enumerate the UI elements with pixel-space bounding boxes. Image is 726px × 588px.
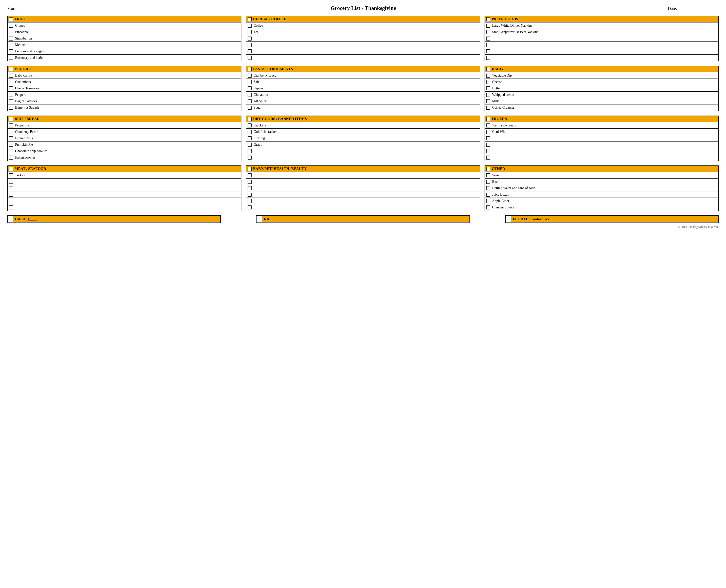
item-checkbox[interactable] [9,180,13,184]
item-checkbox[interactable] [9,199,13,203]
footer-checkbox-0[interactable] [8,216,13,223]
item-checkbox[interactable] [248,37,251,41]
item-checkbox[interactable] [9,30,13,34]
item-checkbox[interactable] [248,206,251,209]
item-checkbox[interactable] [486,155,490,160]
item-checkbox[interactable] [486,124,490,127]
item-checkbox[interactable] [248,173,251,177]
item-checkbox[interactable] [486,199,490,203]
item-text: Crackers [253,124,480,127]
item-checkbox[interactable] [9,56,13,60]
item-text: Bag of Potatoes [15,99,241,103]
item-checkbox[interactable] [248,155,251,160]
item-checkbox[interactable] [9,80,13,84]
item-checkbox[interactable] [486,206,490,209]
item-checkbox[interactable] [248,106,251,110]
section-checkbox-other[interactable] [486,167,490,171]
item-text: Pumpkin Pie [15,143,241,147]
item-checkbox[interactable] [248,180,251,184]
item-checkbox[interactable] [9,49,13,53]
item-checkbox[interactable] [9,43,13,47]
item-row: Dinner Rolls [8,135,241,142]
item-checkbox[interactable] [9,99,13,103]
item-checkbox[interactable] [9,143,13,147]
section-checkbox-frozen[interactable] [486,117,490,121]
item-checkbox[interactable] [248,143,251,147]
item-checkbox[interactable] [486,86,490,90]
item-checkbox[interactable] [248,124,251,127]
item-checkbox[interactable] [486,80,490,84]
item-checkbox[interactable] [9,136,13,140]
section-checkbox-pasta-condiments[interactable] [248,67,251,71]
item-checkbox[interactable] [248,99,251,103]
section-paper-goods: PAPER GOODSLarge White Dinner NapkinsSma… [485,16,719,61]
item-checkbox[interactable] [486,130,490,134]
item-checkbox[interactable] [9,186,13,190]
item-checkbox[interactable] [486,24,490,28]
item-checkbox[interactable] [9,24,13,28]
item-checkbox[interactable] [9,130,13,134]
section-header-dry-goods: DRY GOODS / CANNED ITEMS [246,116,480,122]
item-checkbox[interactable] [486,93,490,97]
item-checkbox[interactable] [248,199,251,203]
item-checkbox[interactable] [9,206,13,209]
item-checkbox[interactable] [248,86,251,90]
item-checkbox[interactable] [248,130,251,134]
section-checkbox-cereal-coffee[interactable] [248,17,251,21]
item-checkbox[interactable] [486,136,490,140]
item-checkbox[interactable] [248,49,251,53]
item-checkbox[interactable] [486,186,490,190]
section-checkbox-meat-seafood[interactable] [9,167,13,171]
item-row: Pepperoni [8,122,241,129]
item-checkbox[interactable] [486,30,490,34]
item-checkbox[interactable] [9,37,13,41]
section-checkbox-paper-goods[interactable] [486,17,490,21]
item-checkbox[interactable] [486,74,490,78]
section-checkbox-baby-pet[interactable] [248,167,251,171]
page-header: Store: Grocery List - Thanksgiving Date: [7,5,719,12]
section-checkbox-fruit[interactable] [9,17,13,21]
item-checkbox[interactable] [9,173,13,177]
item-checkbox[interactable] [9,193,13,196]
item-text: Pineapple [15,30,241,34]
item-checkbox[interactable] [248,30,251,34]
section-checkbox-dairy[interactable] [486,67,490,71]
footer-checkbox-1[interactable] [257,216,262,223]
item-row: Strawberries [8,35,241,42]
item-checkbox[interactable] [486,99,490,103]
item-checkbox[interactable] [486,56,490,60]
item-checkbox[interactable] [486,43,490,47]
item-checkbox[interactable] [248,186,251,190]
item-checkbox[interactable] [248,74,251,78]
section-checkbox-deli-bread[interactable] [9,117,13,121]
footer-checkbox-2[interactable] [506,216,511,223]
item-row: Cranberry Bread [8,129,241,135]
item-checkbox[interactable] [248,24,251,28]
item-checkbox[interactable] [9,155,13,160]
item-checkbox[interactable] [248,80,251,84]
item-checkbox[interactable] [9,74,13,78]
item-checkbox[interactable] [248,193,251,196]
item-checkbox[interactable] [486,143,490,147]
item-checkbox[interactable] [486,180,490,184]
item-checkbox[interactable] [486,173,490,177]
item-checkbox[interactable] [9,93,13,97]
item-row [246,42,480,48]
item-checkbox[interactable] [9,124,13,127]
item-checkbox[interactable] [486,106,490,110]
item-checkbox[interactable] [248,136,251,140]
item-checkbox[interactable] [486,149,490,153]
footer-label-1: RX [262,216,469,222]
section-checkbox-veggies[interactable] [9,67,13,71]
item-checkbox[interactable] [9,106,13,110]
section-checkbox-dry-goods[interactable] [248,117,251,121]
item-checkbox[interactable] [248,43,251,47]
item-checkbox[interactable] [248,56,251,60]
item-checkbox[interactable] [486,49,490,53]
item-checkbox[interactable] [486,193,490,196]
item-checkbox[interactable] [9,86,13,90]
item-checkbox[interactable] [248,93,251,97]
item-checkbox[interactable] [248,149,251,153]
item-checkbox[interactable] [9,149,13,153]
item-checkbox[interactable] [486,37,490,41]
